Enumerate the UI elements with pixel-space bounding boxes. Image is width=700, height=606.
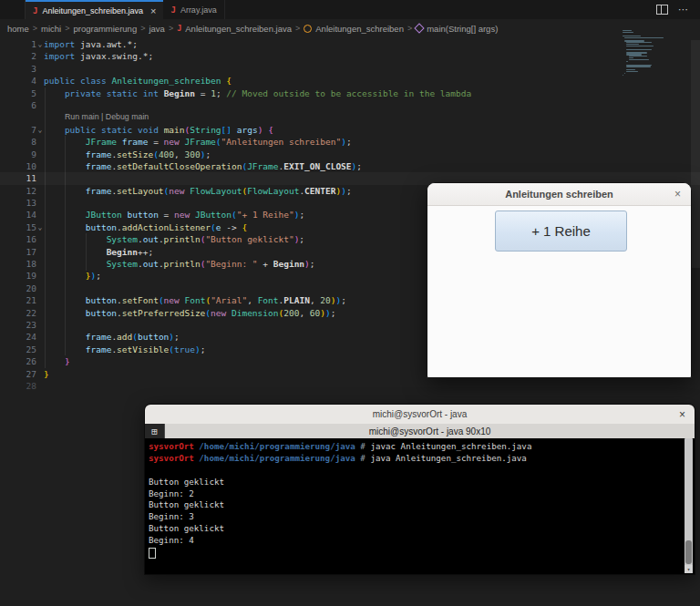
terminal-scrollbar-thumb[interactable] — [685, 540, 692, 564]
terminal-cursor — [149, 548, 156, 559]
swing-title-bar[interactable]: Anleitungen schreiben × — [427, 183, 691, 206]
code-token: setVisible — [117, 344, 169, 354]
code-text: public class Anleitungen_schreiben { — [44, 75, 700, 87]
code-token: frame — [86, 161, 112, 171]
code-token: ; — [299, 210, 304, 220]
fold-gutter — [36, 209, 44, 221]
terminal-title-bar[interactable]: michi@sysvorOrt - java × — [145, 405, 695, 424]
code-token: ; — [205, 149, 211, 159]
code-token: frame — [86, 186, 112, 196]
terminal-token: Beginn: 2 — [149, 488, 194, 498]
code-token — [44, 332, 86, 342]
line-number: 3 — [0, 63, 36, 75]
fold-gutter — [36, 319, 44, 331]
code-token: button — [128, 210, 159, 220]
code-token — [44, 88, 65, 98]
code-token: new — [211, 308, 226, 318]
minimap[interactable] — [623, 30, 677, 78]
code-token: "Arial" — [211, 295, 247, 305]
code-token: button — [86, 308, 117, 318]
code-token: } — [44, 369, 49, 379]
split-editor-icon[interactable] — [656, 5, 668, 15]
scrollbar-down-arrow-icon[interactable]: ▾ — [685, 565, 693, 573]
line-number: 18 — [0, 258, 36, 270]
code-token: 20 — [320, 295, 330, 305]
line-number: 20 — [0, 282, 36, 294]
code-token: ; — [346, 186, 352, 196]
code-token: javax.swing.*; — [75, 51, 153, 61]
code-token: ; — [341, 295, 346, 305]
java-file-icon: J — [170, 5, 175, 15]
line-number: 14 — [0, 209, 36, 221]
symbol-method-icon — [415, 23, 425, 33]
fold-chevron-icon[interactable]: ⌄ — [36, 124, 44, 136]
code-token — [44, 308, 86, 318]
editor-scrollbar[interactable] — [691, 40, 700, 268]
vscode-window: J Anleitungen_schreiben.java × J Array.j… — [0, 0, 700, 606]
code-token: 300 — [185, 149, 201, 159]
minimap-line — [624, 73, 625, 74]
tab-array-java[interactable]: J Array.java — [163, 0, 224, 19]
close-icon[interactable]: × — [150, 5, 156, 16]
breadcrumb-item-class[interactable]: Anleitungen_schreiben — [315, 24, 404, 34]
breadcrumb-item[interactable]: michi — [41, 24, 61, 34]
minimap-line — [626, 49, 652, 50]
breadcrumb-item[interactable]: java — [149, 24, 164, 34]
code-text: import java.awt.*; — [44, 38, 700, 50]
code-token: java.awt.*; — [75, 39, 138, 49]
terminal-token: Button geklickt — [149, 499, 224, 509]
code-token — [44, 149, 86, 159]
breadcrumb-item-method[interactable]: main(String[] args) — [427, 24, 498, 34]
code-token: FlowLayout — [247, 186, 299, 196]
terminal-grid-icon[interactable]: ⊞ — [145, 424, 165, 438]
code-token: private — [65, 88, 101, 98]
code-token — [44, 125, 65, 135]
codelens-run-debug[interactable]: Run main | Debug main — [44, 111, 700, 123]
line-number: 7 — [0, 124, 36, 136]
terminal-output[interactable]: sysvorOrt /home/michi/programmierung/jav… — [145, 438, 695, 575]
code-token: Font — [258, 295, 279, 305]
code-token: args — [237, 125, 258, 135]
plus-one-reihe-button[interactable]: + 1 Reihe — [495, 211, 627, 252]
terminal-scrollbar[interactable] — [685, 438, 693, 566]
breadcrumb-item-file[interactable]: Anleitungen_schreiben.java — [185, 24, 292, 34]
terminal-tab[interactable]: michi@sysvorOrt - java 90x10 — [165, 424, 695, 438]
line-number: 12 — [0, 185, 36, 197]
fold-gutter — [36, 294, 44, 306]
code-token: , — [174, 149, 184, 159]
close-icon[interactable]: × — [674, 188, 681, 200]
code-token: "Anleitungen schreiben" — [221, 137, 342, 147]
code-token: + — [258, 259, 273, 269]
tab-bar: J Anleitungen_schreiben.java × J Array.j… — [0, 0, 700, 19]
fold-chevron-icon[interactable]: ⌄ — [36, 38, 44, 50]
fold-gutter — [36, 380, 44, 392]
code-token: button — [86, 222, 117, 232]
code-token: println — [164, 234, 201, 244]
code-token: CENTER — [304, 186, 335, 196]
code-token: -> — [221, 222, 242, 232]
code-token: out — [143, 234, 159, 244]
terminal-line: Button geklickt — [149, 477, 695, 488]
fold-gutter — [36, 258, 44, 270]
minimap-line — [626, 61, 628, 62]
more-actions-icon[interactable]: ⋯ — [678, 4, 689, 15]
terminal-token: # — [360, 453, 370, 463]
code-token: JFrame — [86, 137, 117, 147]
code-token — [44, 161, 86, 171]
breadcrumb-separator: > — [407, 24, 412, 33]
code-token: setPreferredSize — [122, 308, 206, 318]
line-number: 25 — [0, 344, 36, 355]
terminal-line: Button geklickt — [149, 523, 695, 535]
close-icon[interactable]: × — [679, 408, 685, 421]
fold-chevron-icon[interactable]: ⌄ — [36, 221, 44, 233]
tab-anleitungen-schreiben-java[interactable]: J Anleitungen_schreiben.java × — [26, 0, 163, 19]
fold-gutter — [36, 307, 44, 319]
code-line: 4public class Anleitungen_schreiben { — [0, 75, 700, 87]
breadcrumb-separator: > — [33, 24, 37, 33]
breadcrumb-item[interactable]: home — [7, 24, 29, 34]
terminal-line — [149, 547, 695, 559]
code-line: 8 JFrame frame = new JFrame("Anleitungen… — [0, 136, 700, 148]
code-token: main — [164, 125, 185, 135]
terminal-token: Beginn: 3 — [149, 511, 194, 521]
breadcrumb-item[interactable]: programmierung — [73, 24, 137, 34]
